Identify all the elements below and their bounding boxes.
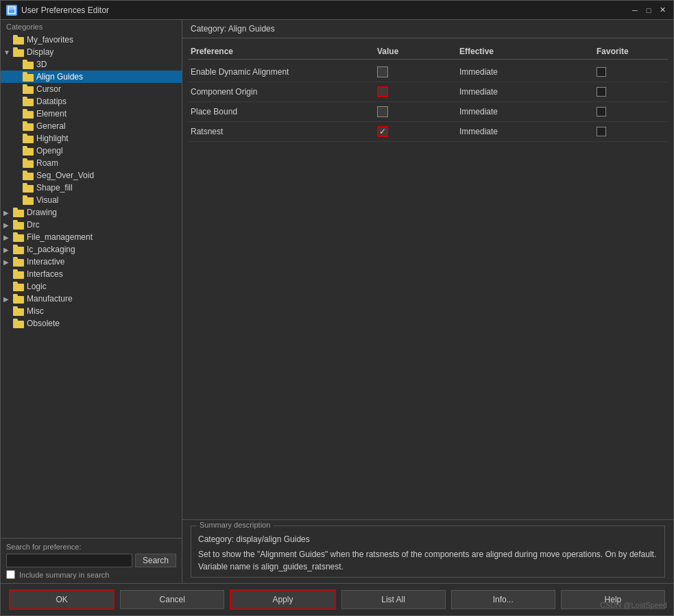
- folder-icon-drawing: [13, 208, 24, 217]
- tree-item-element[interactable]: Element: [1, 108, 182, 120]
- folder-icon-cursor: [23, 84, 34, 94]
- apply-button[interactable]: Apply: [230, 589, 335, 610]
- folder-icon-file_management: [13, 232, 24, 242]
- tree-item-manufacture[interactable]: ▶Manufacture: [1, 293, 182, 305]
- tree-label-seg_over_void: Seg_Over_Void: [36, 171, 94, 180]
- list-all-button[interactable]: List All: [341, 590, 446, 609]
- fav-checkbox-1[interactable]: [597, 87, 606, 97]
- tree-label-highlight: Highlight: [36, 134, 69, 143]
- pref-checkbox-3[interactable]: ✓: [377, 126, 388, 137]
- summary-label: Summary description: [197, 521, 273, 529]
- app-icon: [6, 5, 17, 16]
- folder-icon-ic_packaging: [13, 245, 24, 254]
- include-row: Include summary in search: [6, 570, 176, 579]
- tree-label-drc: Drc: [27, 220, 40, 230]
- tree-label-align_guides: Align Guides: [36, 72, 83, 82]
- tree-label-display: Display: [27, 47, 53, 57]
- tree-item-my_favorites[interactable]: My_favorites: [1, 34, 182, 46]
- tree-item-datatips[interactable]: Datatips: [1, 95, 182, 108]
- search-button[interactable]: Search: [135, 554, 176, 567]
- tree-item-roam[interactable]: Roam: [1, 157, 182, 169]
- header-favorite: Favorite: [597, 47, 665, 56]
- tree-item-misc[interactable]: Misc: [1, 305, 182, 317]
- category-prefix: Category:: [191, 24, 226, 34]
- pref-row-2: Place BoundImmediate: [188, 102, 668, 122]
- tree-item-logic[interactable]: Logic: [1, 280, 182, 293]
- tree-label-datatips: Datatips: [36, 97, 67, 106]
- tree-label-3d: 3D: [36, 60, 47, 69]
- tree-item-opengl[interactable]: Opengl: [1, 145, 182, 157]
- close-button[interactable]: ✕: [657, 5, 668, 16]
- tree-container[interactable]: My_favorites▼Display3DAlign GuidesCursor…: [1, 32, 182, 538]
- ok-button[interactable]: OK: [9, 589, 115, 610]
- pref-checkbox-2[interactable]: [377, 106, 388, 117]
- include-label: Include summary in search: [19, 571, 109, 579]
- summary-text-2: Set to show the "Alignment Guides" when …: [198, 548, 658, 573]
- tree-item-3d[interactable]: 3D: [1, 58, 182, 71]
- tree-item-visual[interactable]: Visual: [1, 194, 182, 206]
- fav-checkbox-3[interactable]: [597, 127, 606, 136]
- pref-row-0: Enable Dynamic AlignmentImmediate: [188, 62, 668, 82]
- bottom-bar: OK Cancel Apply List All Info... Help: [1, 583, 673, 615]
- tree-arrow-interactive: ▶: [3, 258, 13, 266]
- folder-icon-element: [23, 109, 34, 119]
- tree-item-ic_packaging[interactable]: ▶Ic_packaging: [1, 243, 182, 256]
- minimize-button[interactable]: ─: [629, 5, 640, 16]
- tree-label-misc: Misc: [27, 306, 44, 316]
- right-panel: Category: Align Guides Preference Value …: [182, 20, 673, 583]
- folder-icon-shape_fill: [23, 183, 34, 193]
- tree-item-drawing[interactable]: ▶Drawing: [1, 206, 182, 219]
- tree-item-seg_over_void[interactable]: Seg_Over_Void: [1, 169, 182, 182]
- tree-item-display[interactable]: ▼Display: [1, 46, 182, 58]
- tree-item-highlight[interactable]: Highlight: [1, 132, 182, 145]
- summary-border: Summary description Category: display/al…: [191, 526, 665, 578]
- tree-label-general: General: [36, 121, 66, 131]
- include-summary-checkbox[interactable]: [6, 570, 15, 579]
- tree-arrow-file_management: ▶: [3, 234, 13, 241]
- summary-panel: Summary description Category: display/al…: [182, 519, 673, 583]
- tree-item-file_management[interactable]: ▶File_management: [1, 231, 182, 243]
- tree-item-obsolete[interactable]: Obsolete: [1, 317, 182, 330]
- folder-icon-visual: [23, 195, 34, 205]
- folder-icon-align_guides: [23, 72, 34, 82]
- tree-label-shape_fill: Shape_fill: [36, 183, 73, 193]
- tree-item-interactive[interactable]: ▶Interactive: [1, 256, 182, 268]
- main-content: Categories My_favorites▼Display3DAlign G…: [1, 20, 673, 583]
- search-row: Search: [6, 554, 176, 567]
- pref-checkbox-1[interactable]: [377, 86, 388, 97]
- pref-rows-container: Enable Dynamic AlignmentImmediateCompone…: [188, 62, 668, 142]
- pref-value-1: [377, 86, 459, 97]
- pref-effective-1: Immediate: [459, 87, 597, 97]
- pref-row-3: Ratsnest✓Immediate: [188, 122, 668, 142]
- tree-label-file_management: File_management: [27, 232, 93, 242]
- search-label: Search for preference:: [6, 543, 176, 551]
- tree-label-ic_packaging: Ic_packaging: [27, 245, 75, 254]
- tree-item-shape_fill[interactable]: Shape_fill: [1, 182, 182, 194]
- pref-favorite-0: [597, 67, 665, 77]
- pref-value-2: [377, 106, 459, 117]
- fav-checkbox-2[interactable]: [597, 107, 606, 116]
- pref-checkbox-0[interactable]: [377, 66, 388, 77]
- pref-effective-3: Immediate: [459, 127, 597, 136]
- tree-item-cursor[interactable]: Cursor: [1, 83, 182, 95]
- window-title: User Preferences Editor: [21, 5, 629, 15]
- info-button[interactable]: Info...: [451, 590, 555, 609]
- maximize-button[interactable]: □: [643, 5, 654, 16]
- tree-label-roam: Roam: [36, 158, 58, 168]
- pref-name-1: Component Origin: [191, 87, 377, 97]
- cancel-button[interactable]: Cancel: [120, 590, 224, 609]
- pref-value-3: ✓: [377, 126, 459, 137]
- tree-item-general[interactable]: General: [1, 120, 182, 132]
- tree-item-align_guides[interactable]: Align Guides: [1, 71, 182, 83]
- folder-icon-my_favorites: [13, 35, 24, 45]
- folder-icon-general: [23, 121, 34, 131]
- main-window: User Preferences Editor ─ □ ✕ Categories…: [0, 0, 674, 616]
- folder-icon-interactive: [13, 257, 24, 267]
- fav-checkbox-0[interactable]: [597, 67, 606, 77]
- categories-label: Categories: [1, 20, 182, 32]
- tree-item-drc[interactable]: ▶Drc: [1, 219, 182, 231]
- tree-item-interfaces[interactable]: Interfaces: [1, 268, 182, 280]
- pref-effective-0: Immediate: [459, 67, 597, 77]
- search-input[interactable]: [6, 554, 132, 567]
- folder-icon-3d: [23, 60, 34, 69]
